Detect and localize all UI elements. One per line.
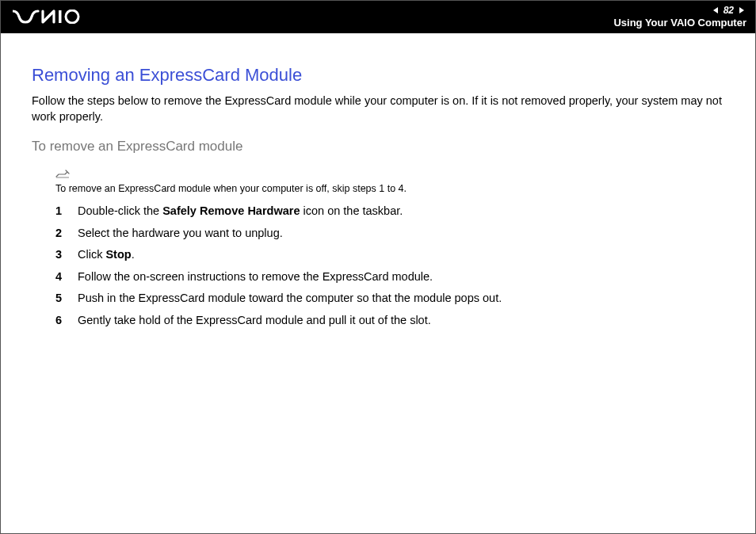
- step-number: 1: [55, 204, 78, 219]
- note-icon: [55, 167, 70, 181]
- step-number: 4: [55, 269, 78, 285]
- step-item: 4 Follow the on-screen instructions to r…: [32, 269, 724, 285]
- header-right: 82 Using Your VAIO Computer: [613, 5, 746, 29]
- step-number: 3: [55, 247, 78, 263]
- step-text: Click Stop.: [78, 247, 724, 263]
- svg-point-1: [66, 10, 78, 23]
- section-title: Using Your VAIO Computer: [613, 17, 746, 29]
- step-text: Select the hardware you want to unplug.: [78, 226, 724, 242]
- intro-paragraph: Follow the steps below to remove the Exp…: [32, 93, 724, 124]
- step-number: 2: [55, 226, 78, 242]
- step-number: 5: [55, 291, 78, 307]
- note-text: To remove an ExpressCard module when you…: [55, 183, 724, 194]
- step-text: Push in the ExpressCard module toward th…: [78, 291, 724, 307]
- step-text: Follow the on-screen instructions to rem…: [78, 269, 724, 285]
- page-title: Removing an ExpressCard Module: [32, 65, 724, 86]
- svg-marker-3: [739, 7, 744, 13]
- step-item: 6 Gently take hold of the ExpressCard mo…: [32, 313, 724, 329]
- svg-rect-0: [59, 10, 62, 23]
- step-item: 1 Double-click the Safely Remove Hardwar…: [32, 204, 724, 219]
- step-number: 6: [55, 313, 78, 329]
- page-number: 82: [724, 5, 734, 16]
- page-navigator: 82: [711, 5, 746, 16]
- steps-list: 1 Double-click the Safely Remove Hardwar…: [32, 204, 724, 328]
- next-page-arrow-icon[interactable]: [737, 6, 746, 15]
- step-text: Double-click the Safely Remove Hardware …: [78, 204, 724, 219]
- header-bar: 82 Using Your VAIO Computer: [0, 0, 756, 33]
- step-text: Gently take hold of the ExpressCard modu…: [78, 313, 724, 329]
- note-block: To remove an ExpressCard module when you…: [55, 167, 724, 194]
- subtitle: To remove an ExpressCard module: [32, 139, 724, 154]
- svg-marker-2: [713, 7, 718, 13]
- step-item: 3 Click Stop.: [32, 247, 724, 263]
- step-item: 2 Select the hardware you want to unplug…: [32, 226, 724, 242]
- prev-page-arrow-icon[interactable]: [711, 6, 720, 15]
- vaio-logo: [13, 9, 84, 25]
- step-item: 5 Push in the ExpressCard module toward …: [32, 291, 724, 307]
- page-content: Removing an ExpressCard Module Follow th…: [0, 33, 756, 329]
